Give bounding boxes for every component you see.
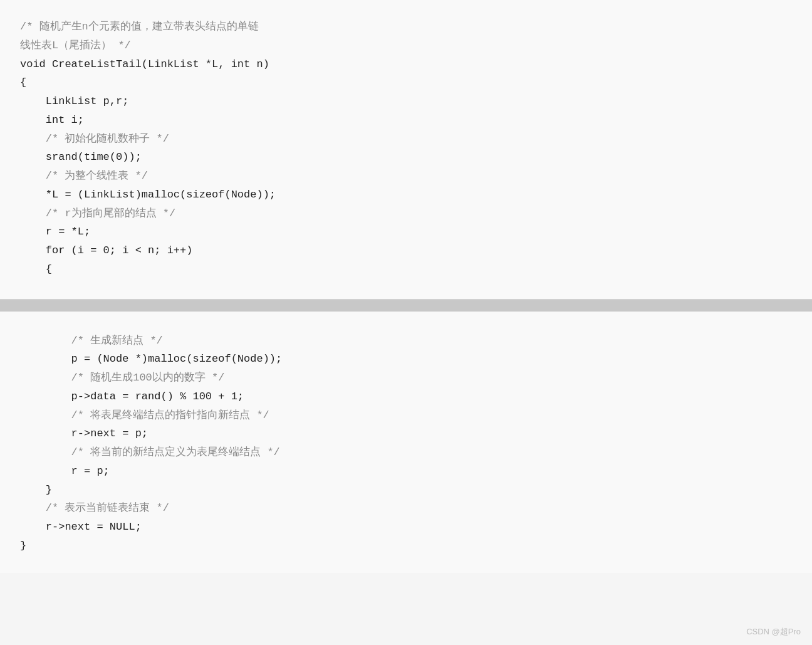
- code-line: /* 将表尾终端结点的指针指向新结点 */: [20, 406, 792, 425]
- top-code-lines: /* 随机产生n个元素的值，建立带表头结点的单链线性表L（尾插法） */void…: [20, 18, 792, 279]
- code-line: LinkList p,r;: [20, 92, 792, 111]
- code-line: /* 随机生成100以内的数字 */: [20, 369, 792, 387]
- code-line: /* 将当前的新结点定义为表尾终端结点 */: [20, 443, 792, 462]
- code-line: r->next = p;: [20, 424, 792, 443]
- code-line: r = p;: [20, 462, 792, 481]
- code-line: r = *L;: [20, 223, 792, 241]
- code-line: void CreateListTail(LinkList *L, int n): [20, 55, 792, 74]
- divider: [0, 300, 812, 312]
- bottom-code-block: /* 生成新结点 */ p = (Node *)malloc(sizeof(No…: [0, 312, 812, 573]
- code-line: {: [20, 260, 792, 279]
- top-code-block: /* 随机产生n个元素的值，建立带表头结点的单链线性表L（尾插法） */void…: [0, 0, 812, 300]
- code-line: int i;: [20, 111, 792, 130]
- code-line: p->data = rand() % 100 + 1;: [20, 387, 792, 406]
- code-line: for (i = 0; i < n; i++): [20, 241, 792, 260]
- code-line: r->next = NULL;: [20, 518, 792, 537]
- code-line: 线性表L（尾插法） */: [20, 36, 792, 55]
- code-line: /* 为整个线性表 */: [20, 167, 792, 186]
- code-line: /* 表示当前链表结束 */: [20, 499, 792, 518]
- code-line: *L = (LinkList)malloc(sizeof(Node));: [20, 186, 792, 204]
- code-line: }: [20, 481, 792, 500]
- code-line: /* r为指向尾部的结点 */: [20, 204, 792, 223]
- code-line: /* 生成新结点 */: [20, 332, 792, 350]
- code-line: p = (Node *)malloc(sizeof(Node));: [20, 350, 792, 369]
- code-line: srand(time(0));: [20, 148, 792, 167]
- bottom-code-lines: /* 生成新结点 */ p = (Node *)malloc(sizeof(No…: [20, 332, 792, 555]
- code-line: }: [20, 537, 792, 555]
- code-line: /* 随机产生n个元素的值，建立带表头结点的单链: [20, 18, 792, 36]
- code-line: /* 初始化随机数种子 */: [20, 130, 792, 149]
- code-line: {: [20, 73, 792, 92]
- watermark-text: CSDN @超Pro: [746, 626, 801, 637]
